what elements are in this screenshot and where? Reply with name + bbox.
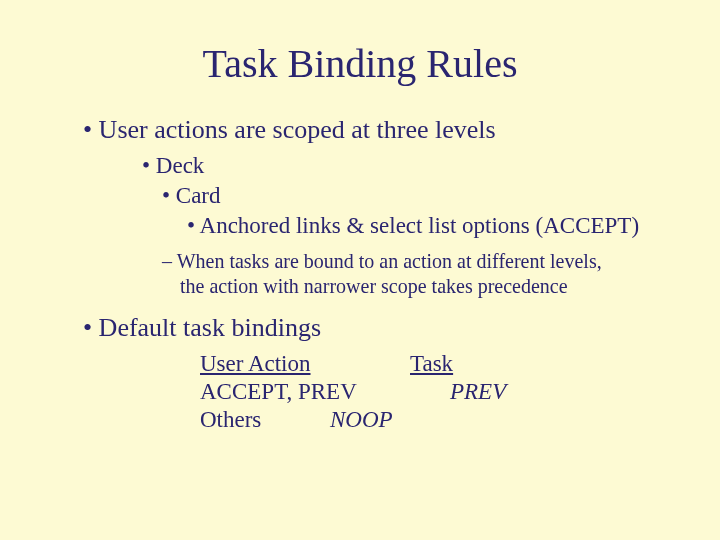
bindings-table: User Action Task ACCEPT, PREV PREV Other… <box>200 351 670 433</box>
table-cell-action: Others <box>200 407 330 433</box>
table-header-action: User Action <box>200 351 410 377</box>
table-row: ACCEPT, PREV PREV <box>200 379 670 405</box>
bullet-1: User actions are scoped at three levels <box>105 115 670 145</box>
table-cell-task: NOOP <box>330 407 450 433</box>
bullet-1b: Card <box>180 183 670 209</box>
slide-title: Task Binding Rules <box>50 40 670 87</box>
table-header-task: Task <box>410 351 530 377</box>
table-cell-action: ACCEPT, PREV <box>200 379 410 405</box>
slide: Task Binding Rules User actions are scop… <box>0 0 720 540</box>
bullet-1c: Anchored links & select list options (AC… <box>205 213 670 239</box>
table-row: Others NOOP <box>200 407 670 433</box>
bullet-1a: Deck <box>160 153 670 179</box>
table-cell-task: PREV <box>410 379 570 405</box>
bullet-1d: When tasks are bound to an action at dif… <box>180 249 620 299</box>
table-header-row: User Action Task <box>200 351 670 377</box>
bullet-2: Default task bindings <box>105 313 670 343</box>
